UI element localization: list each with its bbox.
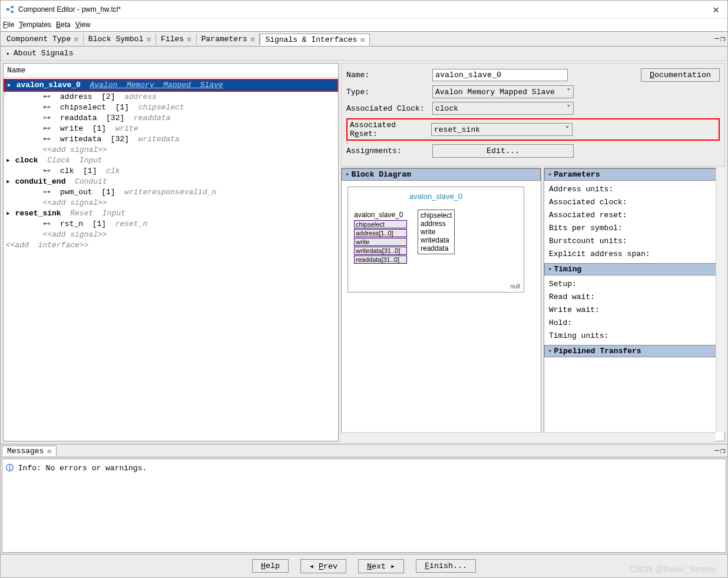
vertical-scrollbar[interactable] xyxy=(716,168,725,432)
tab-signals-interfaces[interactable]: Signals & Interfaces⊠ xyxy=(260,34,370,46)
minimize-icon[interactable]: — xyxy=(714,446,719,456)
right-column: Name: Documentation Type: Avalon Memory … xyxy=(341,63,725,441)
assoc-reset-label: Associated Reset: xyxy=(349,121,428,138)
close-icon[interactable]: ⊠ xyxy=(360,36,365,44)
tree-item-reset[interactable]: ▸ reset_sink Reset Input xyxy=(4,208,338,219)
param-row: Write wait: xyxy=(549,304,720,317)
tree-signal[interactable]: ⊷ address [2] address xyxy=(4,92,338,102)
svg-line-3 xyxy=(9,7,11,9)
edit-button[interactable]: Edit... xyxy=(432,144,574,158)
assoc-reset-dropdown[interactable]: reset_sink˅ xyxy=(431,123,573,136)
next-button[interactable]: Next ▸ xyxy=(358,559,404,573)
param-row: Associated clock: xyxy=(549,196,720,209)
prev-button[interactable]: ◂ Prev xyxy=(300,559,346,573)
app-icon xyxy=(5,5,15,14)
svg-rect-2 xyxy=(11,11,14,13)
parameters-panel: ▾Parameters Address units: Associated cl… xyxy=(544,168,725,441)
close-button[interactable]: ✕ xyxy=(709,3,723,16)
collapse-icon: ▾ xyxy=(346,171,349,178)
restore-icon[interactable]: ❐ xyxy=(720,34,725,44)
expand-icon: ▸ xyxy=(6,50,10,57)
tab-parameters[interactable]: Parameters⊠ xyxy=(197,34,260,45)
tree-signal[interactable]: ⊷ write [1] write xyxy=(4,124,338,134)
block-name: avalon_slave_0 xyxy=(354,211,407,219)
add-signal[interactable]: <<add signal>> xyxy=(4,145,338,155)
block-diagram: avalon_slave_0 avalon_slave_0 chipselect… xyxy=(342,181,541,441)
port-list: avalon_slave_0 chipselect address[1..0] … xyxy=(354,211,407,264)
add-signal[interactable]: <<add signal>> xyxy=(4,198,338,208)
about-signals-bar[interactable]: ▸ About Signals xyxy=(1,46,727,61)
param-row: Setup: xyxy=(549,278,720,291)
tree-item-avalon-slave[interactable]: ▸ avalon_slave_0 Avalon Memory Mapped Sl… xyxy=(4,79,338,92)
name-input[interactable] xyxy=(432,69,568,81)
assignments-label: Assignments: xyxy=(346,147,429,155)
pipelined-header[interactable]: ▾Pipelined Transfers xyxy=(544,345,724,357)
param-row: Explicit address span: xyxy=(549,248,720,261)
finish-button[interactable]: Finish... xyxy=(416,559,476,573)
tab-component-type[interactable]: Component Type⊠ xyxy=(2,34,84,45)
close-icon[interactable]: ⊠ xyxy=(74,35,78,43)
menu-templates[interactable]: Templates xyxy=(19,21,51,29)
assoc-clock-label: Associated Clock: xyxy=(346,104,429,113)
menu-beta[interactable]: Beta xyxy=(56,21,71,29)
close-icon[interactable]: ⊠ xyxy=(251,35,255,43)
tree-signal[interactable]: ⊷ rst_n [1] reset_n xyxy=(4,219,338,230)
main-area: Name ▸ avalon_slave_0 Avalon Memory Mapp… xyxy=(1,61,727,444)
diagram-title: avalon_slave_0 xyxy=(353,192,519,201)
tree-signal[interactable]: ⊶ pwm_out [1] writeresponsevalid_n xyxy=(4,187,338,198)
documentation-button[interactable]: Documentation xyxy=(641,68,720,82)
type-label: Type: xyxy=(346,88,429,97)
tree-item-conduit[interactable]: ▸ conduit_end Conduit xyxy=(4,177,338,187)
window-title: Component Editor - pwm_hw.tcl* xyxy=(18,5,709,14)
assoc-clock-dropdown[interactable]: clock˅ xyxy=(432,102,574,115)
minimize-icon[interactable]: — xyxy=(714,34,719,44)
tabs-bar: Component Type⊠ Block Symbol⊠ Files⊠ Par… xyxy=(1,31,727,46)
tree-signal[interactable]: ⊶ readdata [32] readdata xyxy=(4,113,338,124)
port: chipselect xyxy=(354,220,407,228)
param-row: Timing units: xyxy=(549,330,720,343)
watermark: CSDN @Baker_Streets xyxy=(630,564,716,574)
messages-body: ⓘ Info: No errors or warnings. xyxy=(2,459,726,553)
menu-view[interactable]: View xyxy=(75,21,91,29)
tree-header: Name xyxy=(4,64,338,78)
menubar: File Templates Beta View xyxy=(1,18,727,31)
lower-right-area: ▾Block Diagram avalon_slave_0 avalon_sla… xyxy=(341,168,725,441)
add-interface[interactable]: <<add interface>> xyxy=(4,240,338,251)
param-row: Associated reset: xyxy=(549,209,720,222)
parameters-header[interactable]: ▾Parameters xyxy=(544,168,724,181)
tab-files[interactable]: Files⊠ xyxy=(156,34,197,45)
horizontal-scrollbar[interactable] xyxy=(341,432,716,441)
chevron-down-icon: ˅ xyxy=(565,125,570,134)
tab-messages[interactable]: Messages⊠ xyxy=(2,446,57,456)
add-signal[interactable]: <<add signal>> xyxy=(4,230,338,240)
param-row: Read wait: xyxy=(549,291,720,304)
close-icon[interactable]: ⊠ xyxy=(147,35,151,43)
block-diagram-header[interactable]: ▾Block Diagram xyxy=(342,168,541,181)
tree-signal[interactable]: ⊷ writedata [32] writedata xyxy=(4,134,338,145)
type-dropdown[interactable]: Avalon Memory Mapped Slave˅ xyxy=(432,85,574,98)
port: writedata[31..0] xyxy=(354,247,407,255)
param-row: Hold: xyxy=(549,317,720,330)
restore-icon[interactable]: ❐ xyxy=(720,446,725,456)
tree-signal[interactable]: ⊷ clk [1] clk xyxy=(4,166,338,177)
parameters-body: Address units: Associated clock: Associa… xyxy=(544,181,724,263)
close-icon[interactable]: ⊠ xyxy=(187,35,191,43)
tree-signal[interactable]: ⊷ chipselect [1] chipselect xyxy=(4,102,338,113)
timing-header[interactable]: ▾Timing xyxy=(544,263,724,275)
port: address[1..0] xyxy=(354,229,407,237)
tab-block-symbol[interactable]: Block Symbol⊠ xyxy=(84,34,156,45)
about-label: About Signals xyxy=(14,49,73,58)
tree-item-clock[interactable]: ▸ clock Clock Input xyxy=(4,155,338,166)
collapse-icon: ▾ xyxy=(548,171,551,178)
timing-body: Setup: Read wait: Write wait: Hold: Timi… xyxy=(544,275,724,345)
port: write xyxy=(354,238,407,246)
chevron-down-icon: ˅ xyxy=(567,104,571,113)
menu-file[interactable]: File xyxy=(3,21,14,29)
info-icon: ⓘ xyxy=(6,464,14,473)
interface-tree[interactable]: ▸ avalon_slave_0 Avalon Memory Mapped Sl… xyxy=(4,78,338,441)
help-button[interactable]: Help xyxy=(252,559,289,573)
inner-block: chipselect address write writedata readd… xyxy=(418,210,455,254)
interface-form: Name: Documentation Type: Avalon Memory … xyxy=(341,63,725,167)
close-icon[interactable]: ⊠ xyxy=(47,447,51,455)
signals-tree-panel: Name ▸ avalon_slave_0 Avalon Memory Mapp… xyxy=(3,63,339,441)
